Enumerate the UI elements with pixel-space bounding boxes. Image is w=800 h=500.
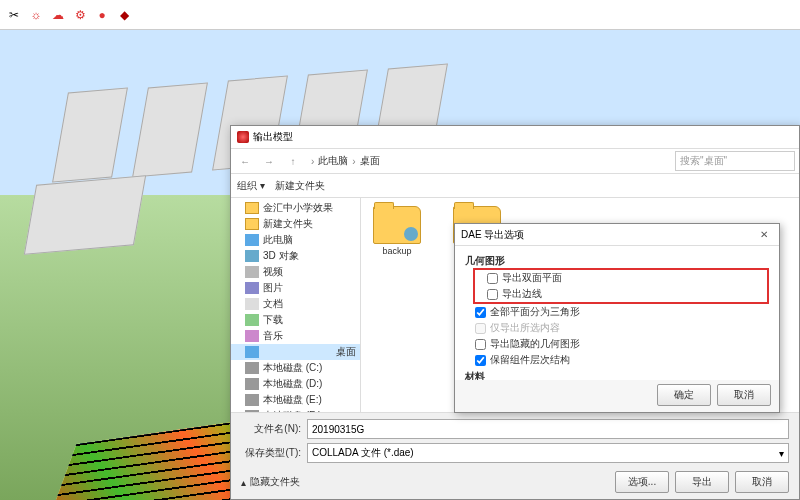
crumb-desktop[interactable]: 桌面	[360, 154, 380, 168]
group-materials: 材料	[465, 370, 769, 380]
main-toolbar: ✂ ☼ ☁ ⚙ ● ◆	[0, 0, 800, 30]
tree-item[interactable]: 本地磁盘 (E:)	[231, 392, 360, 408]
tree-item[interactable]: 视频	[231, 264, 360, 280]
cancel-button[interactable]: 取消	[735, 471, 789, 493]
group-geometry: 几何图形	[465, 254, 769, 268]
search-input[interactable]: 搜索"桌面"	[675, 151, 795, 171]
folder-item[interactable]: backup	[369, 206, 425, 256]
chk-export-hidden[interactable]: 导出隐藏的几何图形	[465, 336, 769, 352]
nav-fwd-button[interactable]: →	[259, 151, 279, 171]
tree-item[interactable]: 下载	[231, 312, 360, 328]
newfolder-button[interactable]: 新建文件夹	[275, 179, 325, 193]
close-icon[interactable]: ✕	[755, 229, 773, 240]
dialog-title: 输出模型	[253, 130, 293, 144]
options-button[interactable]: 选项...	[615, 471, 669, 493]
tree-item[interactable]: 新建文件夹	[231, 216, 360, 232]
dae-options-dialog: DAE 导出选项 ✕ 几何图形 导出双面平面 导出边线 全部平面分为三角形 仅导…	[454, 223, 780, 413]
tree-item[interactable]: 本地磁盘 (D:)	[231, 376, 360, 392]
tool-icon-6[interactable]: ◆	[116, 7, 132, 23]
options-ok-button[interactable]: 确定	[657, 384, 711, 406]
tool-icon-2[interactable]: ☼	[28, 7, 44, 23]
savetype-select[interactable]: COLLADA 文件 (*.dae)▾	[307, 443, 789, 463]
tree-item[interactable]: 文档	[231, 296, 360, 312]
nav-tree[interactable]: 金汇中小学效果新建文件夹此电脑3D 对象视频图片文档下载音乐桌面本地磁盘 (C:…	[231, 198, 361, 412]
chk-selection-only: 仅导出所选内容	[465, 320, 769, 336]
highlighted-options: 导出双面平面 导出边线	[473, 268, 769, 304]
building	[24, 175, 146, 255]
filename-label: 文件名(N):	[241, 422, 301, 436]
chk-export-edges[interactable]: 导出边线	[477, 286, 765, 302]
tree-item[interactable]: 本地磁盘 (C:)	[231, 360, 360, 376]
tool-icon-1[interactable]: ✂	[6, 7, 22, 23]
nav-bar: ← → ↑ › 此电脑 › 桌面 搜索"桌面"	[231, 148, 799, 174]
crumb-pc[interactable]: 此电脑	[318, 154, 348, 168]
nav-back-button[interactable]: ←	[235, 151, 255, 171]
chk-preserve-hierarchy[interactable]: 保留组件层次结构	[465, 352, 769, 368]
tool-icon-5[interactable]: ●	[94, 7, 110, 23]
tool-icon-4[interactable]: ⚙	[72, 7, 88, 23]
building	[132, 82, 208, 177]
tree-item[interactable]: 音乐	[231, 328, 360, 344]
chk-triangulate[interactable]: 全部平面分为三角形	[465, 304, 769, 320]
tree-item[interactable]: 金汇中小学效果	[231, 200, 360, 216]
chk-export-faces[interactable]: 导出双面平面	[477, 270, 765, 286]
filename-input[interactable]	[307, 419, 789, 439]
options-title: DAE 导出选项	[461, 228, 524, 242]
breadcrumb[interactable]: › 此电脑 › 桌面	[307, 154, 671, 168]
folder-icon	[373, 206, 421, 244]
nav-up-button[interactable]: ↑	[283, 151, 303, 171]
export-button[interactable]: 导出	[675, 471, 729, 493]
hide-folders-link[interactable]: ▴ 隐藏文件夹	[241, 475, 300, 489]
organize-menu[interactable]: 组织 ▾	[237, 179, 265, 193]
dialog-titlebar: 输出模型	[231, 126, 799, 148]
tree-item[interactable]: 此电脑	[231, 232, 360, 248]
building	[52, 87, 128, 182]
app-icon	[237, 131, 249, 143]
savetype-label: 保存类型(T):	[241, 446, 301, 460]
tool-icon-3[interactable]: ☁	[50, 7, 66, 23]
dialog-toolbar: 组织 ▾ 新建文件夹	[231, 174, 799, 198]
tree-item[interactable]: 桌面	[231, 344, 360, 360]
tree-item[interactable]: 3D 对象	[231, 248, 360, 264]
options-cancel-button[interactable]: 取消	[717, 384, 771, 406]
tree-item[interactable]: 图片	[231, 280, 360, 296]
